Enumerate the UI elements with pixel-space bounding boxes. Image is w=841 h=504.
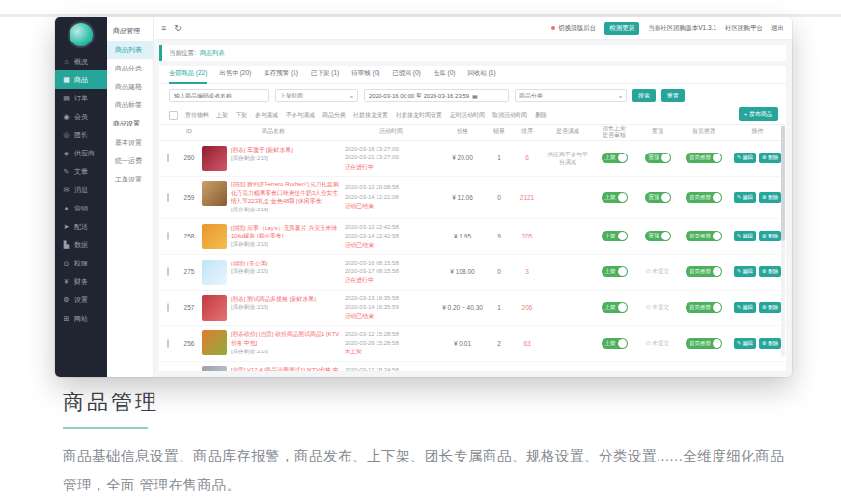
goods-title-link[interactable]: [秒杀] 车厘子 [新鲜水果]: [231, 146, 293, 154]
sidebar-item-messages[interactable]: ✉消息: [55, 181, 107, 199]
goods-title-link[interactable]: [自营] V12.4 [商品运费测试1] [KTV价格 中包]: [231, 366, 341, 371]
goods-title-link[interactable]: [拼团] 费列罗Ferrero Rocher巧克力礼盒威化巧克力糖果零食口味更佳…: [231, 181, 341, 206]
goods-title-link[interactable]: [拼团] [无公害]: [231, 260, 268, 268]
delete-button[interactable]: ⊗ 删除: [759, 153, 781, 163]
edit-button[interactable]: ✎ 编辑: [734, 231, 756, 241]
submenu-item[interactable]: 商品分类: [107, 59, 153, 77]
submenu-item[interactable]: 统一运费: [107, 152, 153, 170]
sidebar-item-orders[interactable]: ▤订单: [55, 89, 107, 107]
tab-待审核[interactable]: 待审核 (0): [351, 66, 379, 84]
time-type-select[interactable]: 上架时间 ▾: [275, 89, 358, 102]
delete-button[interactable]: ⊗ 删除: [759, 338, 781, 349]
switch-old-admin-link[interactable]: 切换旧版后台: [551, 24, 596, 33]
search-input[interactable]: [169, 89, 269, 102]
sidebar-item-leaders[interactable]: ◎团长: [55, 126, 107, 144]
batch-op-link[interactable]: 社群接龙时间设置: [396, 111, 442, 120]
edit-button[interactable]: ✎ 编辑: [734, 266, 756, 277]
top-toggle[interactable]: 置顶: [645, 231, 671, 241]
home-recommend-toggle[interactable]: 首页推荐: [686, 302, 722, 313]
home-recommend-toggle[interactable]: 首页推荐: [686, 192, 722, 203]
batch-op-link[interactable]: 上架: [216, 111, 228, 120]
category-select[interactable]: 商品分类 ▾: [515, 89, 627, 102]
submenu-item[interactable]: 商品标签: [107, 96, 153, 114]
edit-button[interactable]: ✎ 编辑: [734, 153, 756, 163]
sidebar-item-articles[interactable]: ✎文章: [55, 162, 107, 181]
sort-cell[interactable]: 2121: [511, 194, 544, 201]
platform-link[interactable]: 社区团购平台: [725, 24, 763, 33]
tab-仓库[interactable]: 仓库 (0): [434, 66, 456, 84]
sidebar-item-delivery[interactable]: ➤配送: [55, 217, 107, 236]
sidebar-item-overview[interactable]: ⌂概况: [55, 52, 107, 70]
batch-op-link[interactable]: 商品分类: [322, 111, 346, 120]
submenu-item[interactable]: 基本设置: [107, 133, 153, 152]
batch-op-link[interactable]: 参与满减: [255, 111, 278, 120]
tab-已下架[interactable]: 已下架 (1): [311, 66, 339, 84]
tab-库存预警[interactable]: 库存预警 (1): [264, 66, 298, 84]
home-recommend-toggle[interactable]: 首页推荐: [686, 231, 722, 241]
batch-op-link[interactable]: 下架: [236, 111, 247, 120]
menu-icon[interactable]: ≡: [161, 23, 166, 33]
listed-toggle[interactable]: 上架: [602, 338, 628, 349]
edit-button[interactable]: ✎ 编辑: [734, 302, 756, 313]
top-toggle[interactable]: 置顶: [645, 192, 671, 203]
sort-cell[interactable]: 206: [511, 304, 544, 311]
edit-button[interactable]: ✎ 编辑: [734, 192, 756, 203]
sidebar-item-suppliers[interactable]: ◈供应商: [55, 144, 107, 162]
delete-button[interactable]: ⊗ 删除: [759, 231, 781, 241]
sidebar-item-goods[interactable]: ▦商品: [55, 70, 107, 89]
batch-op-link[interactable]: 定时活动时间: [450, 111, 485, 120]
top-off-state[interactable]: ⊙ 未提交: [646, 340, 670, 346]
select-all-checkbox[interactable]: [169, 111, 178, 120]
sidebar-item-permissions[interactable]: ⊙权限: [55, 254, 107, 272]
home-recommend-toggle[interactable]: 首页推荐: [686, 153, 722, 163]
row-checkbox[interactable]: [167, 154, 169, 162]
sort-cell[interactable]: 63: [511, 340, 544, 347]
tab-全部商品[interactable]: 全部商品 (22): [169, 66, 207, 84]
logout-link[interactable]: 退出: [771, 24, 784, 33]
listed-toggle[interactable]: 上架: [602, 192, 628, 203]
listed-toggle[interactable]: 上架: [602, 302, 628, 313]
check-update-badge[interactable]: 检测更新: [604, 22, 639, 35]
delete-button[interactable]: ⊗ 删除: [759, 192, 781, 203]
listed-toggle[interactable]: 上架: [602, 231, 628, 241]
sidebar-item-marketing[interactable]: ♦营销: [55, 199, 107, 217]
edit-button[interactable]: ✎ 编辑: [734, 338, 756, 349]
submenu-item[interactable]: 商品列表: [107, 41, 153, 59]
submenu-item[interactable]: 工单设置: [107, 170, 153, 188]
sort-cell[interactable]: 6: [511, 154, 544, 161]
sidebar-item-data[interactable]: ▙数据: [55, 236, 107, 254]
breadcrumb-current[interactable]: 商品列表: [200, 49, 225, 58]
listed-toggle[interactable]: 上架: [602, 266, 628, 277]
delete-button[interactable]: ⊗ 删除: [759, 302, 781, 313]
top-off-state[interactable]: ⊙ 未提交: [646, 304, 670, 310]
batch-op-link[interactable]: 不参与满减: [286, 111, 315, 120]
batch-op-link[interactable]: 宣传物料: [185, 111, 209, 120]
batch-op-link[interactable]: 删除: [535, 111, 547, 120]
sidebar-item-settings[interactable]: ⚙设置: [55, 291, 107, 309]
top-off-state[interactable]: ⊙ 未提交: [646, 268, 670, 274]
publish-goods-button[interactable]: + 发布商品: [739, 107, 778, 121]
tab-已驳回[interactable]: 已驳回 (0): [393, 66, 421, 84]
row-checkbox[interactable]: [167, 267, 169, 276]
row-checkbox[interactable]: [167, 232, 169, 240]
delete-button[interactable]: ⊗ 删除: [759, 266, 781, 277]
sidebar-item-members[interactable]: ◉会员: [55, 107, 107, 126]
listed-toggle[interactable]: 上架: [602, 153, 628, 163]
goods-title-link[interactable]: [秒杀] 测试商品多规格 [新鲜水果]: [231, 295, 316, 304]
reset-button[interactable]: 重置: [661, 89, 685, 102]
row-checkbox[interactable]: [167, 339, 169, 348]
goods-title-link[interactable]: [拼团] 乐事（Lay's）无限薯片 兴安玉米味104g罐装 [膨化零食]: [231, 224, 341, 240]
sort-cell[interactable]: 3: [511, 268, 544, 275]
submenu-item[interactable]: 商品规格: [107, 77, 153, 96]
sort-cell[interactable]: 705: [511, 233, 544, 239]
logo-avatar[interactable]: [68, 21, 95, 48]
top-toggle[interactable]: 置顶: [645, 153, 671, 163]
home-recommend-toggle[interactable]: 首页推荐: [686, 338, 722, 349]
tab-出售中[interactable]: 出售中 (20): [219, 66, 251, 84]
search-button[interactable]: 搜索: [632, 89, 656, 102]
scrollbar-thumb[interactable]: [781, 126, 785, 241]
row-checkbox[interactable]: [167, 303, 169, 312]
batch-op-link[interactable]: 社群接龙设置: [353, 111, 388, 120]
home-recommend-toggle[interactable]: 首页推荐: [686, 266, 722, 277]
sidebar-item-website[interactable]: ⊞网站: [55, 309, 107, 327]
